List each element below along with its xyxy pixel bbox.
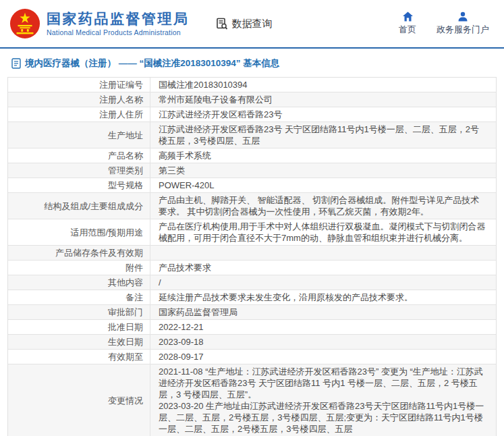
row-label: 产品名称: [8, 148, 150, 163]
document-search-icon: [215, 17, 229, 30]
row-value-text: 国家药品监督管理局: [159, 306, 237, 318]
row-value: 2021-11-08 “生产地址：江苏武进经济开发区稻香路23号” 变更为 “生…: [150, 364, 496, 436]
row-value-text: 常州市延陵电子设备有限公司: [159, 94, 273, 105]
table-row: 结构及组成/主要组成成分产品由主机、脚踏开关、 智能适配器、 切割闭合器械组成。…: [8, 193, 496, 219]
person-icon: [457, 11, 468, 22]
row-label: 注册人住所: [8, 107, 150, 121]
table-row: 批准日期2022-12-21: [8, 320, 496, 335]
table-row: 附件产品技术要求: [8, 261, 496, 275]
row-label: 附件: [8, 261, 150, 275]
row-value-text: 江苏武进经济开发区稻香路23号: [159, 109, 282, 120]
row-value: 2023-09-18: [150, 335, 496, 349]
header-nav: 首页 政务服务门户: [399, 11, 495, 36]
page-title: 境内医疗器械（注册） —— “国械注准20183010394” 基本信息: [25, 57, 279, 70]
table-row: 产品储存条件及有效期: [8, 246, 496, 261]
row-value-text: 产品在医疗机构使用,用于手术中对人体组织进行双极凝血。凝闭模式下与切割闭合器械配…: [159, 221, 488, 244]
table-row: 变更情况2021-11-08 “生产地址：江苏武进经济开发区稻香路23号” 变更…: [8, 364, 496, 436]
row-label: 生效日期: [8, 335, 150, 349]
row-value: 产品由主机、脚踏开关、 智能适配器、 切割闭合器械组成。附件型号详见产品技术要求…: [150, 193, 496, 219]
row-label: 产品储存条件及有效期: [8, 246, 150, 260]
row-value: POWER-420L: [150, 178, 496, 192]
table-row: 备注延续注册产品技术要求未发生变化，沿用原核发的产品技术要求。: [8, 290, 496, 305]
row-value: 第三类: [150, 163, 496, 178]
row-value-text: 延续注册产品技术要求未发生变化，沿用原核发的产品技术要求。: [159, 292, 413, 303]
row-label: 有效期至: [8, 350, 150, 364]
row-value-text: POWER-420L: [159, 180, 214, 191]
table-row: 审批部门国家药品监督管理局: [8, 305, 496, 320]
row-value: 2022-12-21: [150, 320, 496, 334]
data-query-button[interactable]: 数据查询: [215, 17, 273, 30]
row-value: 2028-09-17: [150, 350, 496, 364]
row-label: 适用范围/预期用途: [8, 219, 150, 245]
nav-home-label: 首页: [399, 24, 416, 36]
row-value: 延续注册产品技术要求未发生变化，沿用原核发的产品技术要求。: [150, 290, 496, 304]
row-label: 结构及组成/主要组成成分: [8, 193, 150, 219]
row-value: 高频手术系统: [150, 148, 496, 163]
row-value-text: 江苏武进经济开发区稻香路23号 天宁区团结路11号内1号楼一层、二层、五层，2号…: [159, 124, 488, 146]
table-row: 注册人住所江苏武进经济开发区稻香路23号: [8, 107, 496, 122]
data-query-label: 数据查询: [232, 18, 273, 30]
table-row: 其他内容/: [8, 275, 496, 290]
table-row: 产品名称高频手术系统: [8, 148, 496, 163]
page-title-bar: 境内医疗器械（注册） —— “国械注准20183010394” 基本信息: [0, 49, 504, 76]
document-icon: [11, 58, 21, 69]
nav-item-portal[interactable]: 政务服务门户: [437, 11, 489, 36]
table-row: 注册证编号国械注准20183010394: [8, 78, 496, 92]
nav-portal-label: 政务服务门户: [437, 24, 489, 36]
row-value-text: 国械注准20183010394: [159, 79, 248, 90]
site-name-zh: 国家药品监督管理局: [47, 11, 190, 27]
row-value-text: 2022-12-21: [159, 321, 204, 333]
row-value: 产品在医疗机构使用,用于手术中对人体组织进行双极凝血。凝闭模式下与切割闭合器械配…: [150, 219, 496, 245]
row-value-text: 产品技术要求: [159, 262, 211, 273]
row-value: 国家药品监督管理局: [150, 305, 496, 319]
row-value: 国械注准20183010394: [150, 78, 496, 92]
home-icon: [402, 11, 414, 22]
table-row: 生产地址江苏武进经济开发区稻香路23号 天宁区团结路11号内1号楼一层、二层、五…: [8, 122, 496, 148]
row-label: 注册证编号: [8, 78, 150, 92]
row-value-text: /: [159, 277, 161, 288]
row-value-text: 2021-11-08 “生产地址：江苏武进经济开发区稻香路23号” 变更为 “生…: [159, 366, 488, 435]
table-row: 有效期至2028-09-17: [8, 350, 496, 364]
table-row: 型号规格POWER-420L: [8, 178, 496, 193]
site-name-en: National Medical Products Administration: [47, 28, 190, 36]
site-brand: 国家药品监督管理局 National Medical Products Admi…: [47, 11, 190, 36]
row-value: 常州市延陵电子设备有限公司: [150, 92, 496, 107]
row-label: 型号规格: [8, 178, 150, 192]
row-label: 批准日期: [8, 320, 150, 334]
registration-detail-table: 注册证编号国械注准20183010394注册人名称常州市延陵电子设备有限公司注册…: [7, 77, 497, 436]
row-value: /: [150, 275, 496, 290]
row-label: 变更情况: [8, 364, 150, 436]
row-label: 备注: [8, 290, 150, 304]
row-value-text: 产品由主机、脚踏开关、 智能适配器、 切割闭合器械组成。附件型号详见产品技术要求…: [159, 194, 488, 217]
row-label: 管理类别: [8, 163, 150, 178]
nav-item-home[interactable]: 首页: [399, 11, 416, 36]
row-value: [150, 246, 496, 260]
site-header: 国家药品监督管理局 National Medical Products Admi…: [0, 0, 504, 47]
row-value: 产品技术要求: [150, 261, 496, 275]
row-label: 注册人名称: [8, 92, 150, 107]
row-value-text: 第三类: [159, 165, 185, 176]
row-label: 其他内容: [8, 275, 150, 290]
table-row: 适用范围/预期用途产品在医疗机构使用,用于手术中对人体组织进行双极凝血。凝闭模式…: [8, 219, 496, 246]
table-row: 管理类别第三类: [8, 163, 496, 178]
table-row: 注册人名称常州市延陵电子设备有限公司: [8, 92, 496, 107]
row-value-text: 高频手术系统: [159, 150, 211, 161]
row-value: 江苏武进经济开发区稻香路23号: [150, 107, 496, 121]
row-label: 生产地址: [8, 122, 150, 148]
row-value-text: 2023-09-18: [159, 336, 204, 348]
table-row: 生效日期2023-09-18: [8, 335, 496, 350]
row-value-text: 2028-09-17: [159, 351, 204, 362]
china-national-emblem: [9, 8, 40, 39]
row-label: 审批部门: [8, 305, 150, 319]
row-value: 江苏武进经济开发区稻香路23号 天宁区团结路11号内1号楼一层、二层、五层，2号…: [150, 122, 496, 148]
